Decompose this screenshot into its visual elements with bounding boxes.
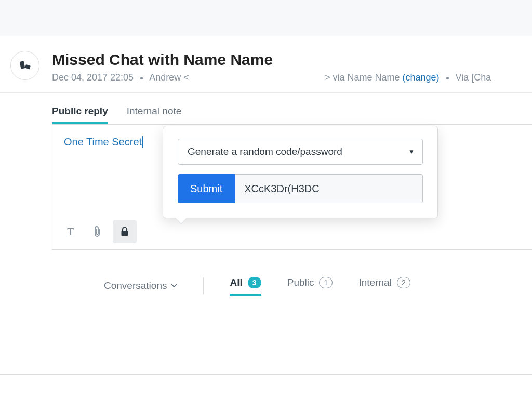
- filter-all-label: All: [230, 277, 242, 288]
- conversations-dropdown[interactable]: Conversations: [104, 280, 177, 291]
- conversation-filters: Conversations All 3 Public 1 Internal 2: [52, 250, 532, 295]
- reply-tabs: Public reply Internal note: [52, 105, 532, 124]
- paperclip-icon: [92, 225, 103, 238]
- top-bar: [0, 0, 532, 36]
- separator-dot-icon: [140, 77, 143, 79]
- filter-public[interactable]: Public 1: [287, 277, 333, 295]
- filter-internal-count: 2: [397, 277, 410, 288]
- svg-rect-0: [20, 61, 25, 69]
- chevron-down-icon: [171, 284, 177, 288]
- secret-button[interactable]: [113, 220, 137, 243]
- ticket-meta: Dec 04, 2017 22:05 Andrew < redacted red…: [52, 72, 522, 83]
- text-format-button[interactable]: T: [59, 220, 83, 243]
- one-time-secret-link[interactable]: One Time Secret: [64, 136, 142, 148]
- via-channel: Via [Cha: [456, 72, 491, 83]
- sender-mid: > via Name Name: [325, 72, 400, 83]
- text-cursor: [142, 136, 143, 148]
- bottom-divider: [0, 374, 532, 375]
- ticket-header: Missed Chat with Name Name Dec 04, 2017 …: [0, 36, 532, 93]
- text-icon: T: [67, 225, 74, 238]
- filter-public-label: Public: [287, 277, 314, 288]
- tab-public-reply[interactable]: Public reply: [52, 105, 108, 124]
- header-text: Missed Chat with Name Name Dec 04, 2017 …: [52, 51, 522, 83]
- conversations-label: Conversations: [104, 280, 167, 291]
- lock-icon: [120, 227, 129, 237]
- avatar: [10, 51, 39, 80]
- divider: [203, 277, 204, 294]
- ticket-title: Missed Chat with Name Name: [52, 51, 522, 68]
- generate-select-label: Generate a random code/password: [188, 146, 342, 157]
- submit-row: Submit: [178, 174, 423, 203]
- generate-select-row: Generate a random code/password ▼: [178, 139, 423, 165]
- filter-all-count: 3: [248, 277, 261, 288]
- generated-code-field[interactable]: [235, 174, 423, 203]
- avatar-glyph-icon: [18, 58, 32, 73]
- generate-select[interactable]: Generate a random code/password: [178, 139, 423, 165]
- filter-internal-label: Internal: [358, 277, 391, 288]
- sender-prefix: Andrew <: [149, 72, 189, 83]
- svg-rect-2: [122, 231, 128, 236]
- reply-editor: One Time Secret Generate a random code/p…: [52, 124, 532, 250]
- secret-popover: Generate a random code/password ▼ Submit: [163, 126, 438, 218]
- editor-toolbar: T: [52, 214, 143, 249]
- svg-rect-1: [25, 64, 31, 69]
- attach-button[interactable]: [86, 220, 110, 243]
- timestamp: Dec 04, 2017 22:05: [52, 72, 134, 83]
- tab-internal-note[interactable]: Internal note: [127, 105, 182, 124]
- redacted-text: redacted redacted redacted red: [192, 72, 322, 83]
- filter-internal[interactable]: Internal 2: [358, 277, 410, 295]
- change-link[interactable]: (change): [402, 72, 439, 83]
- filter-public-count: 1: [319, 277, 332, 288]
- separator-dot-icon: [446, 77, 449, 79]
- submit-button[interactable]: Submit: [178, 174, 235, 203]
- filter-all[interactable]: All 3: [230, 277, 261, 295]
- body-area: Public reply Internal note One Time Secr…: [0, 93, 532, 295]
